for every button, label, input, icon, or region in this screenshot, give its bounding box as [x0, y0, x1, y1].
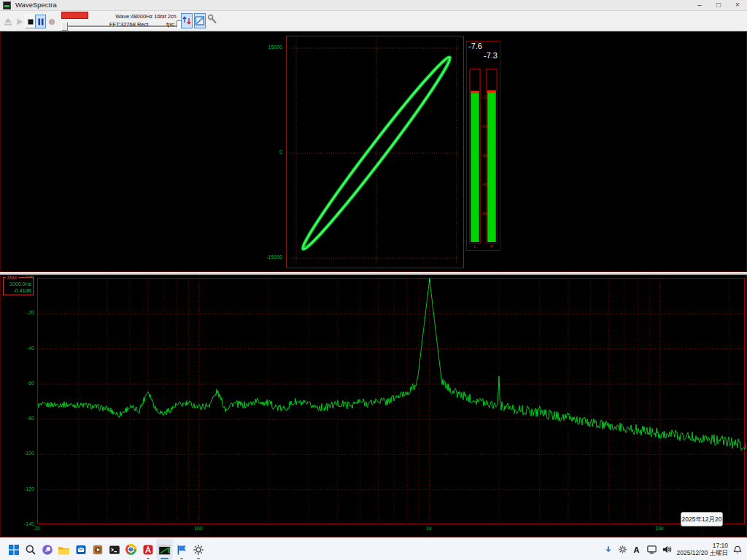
app-icon	[3, 1, 11, 9]
legend-title: Max	[6, 275, 18, 280]
media-icon	[92, 544, 104, 556]
start-button[interactable]	[5, 539, 22, 560]
lr-channels-icon	[182, 14, 192, 28]
tray-gear-icon[interactable]	[618, 545, 627, 554]
audio-format-info: Wave:48000Hz 16bit 2ch FFT:32768 Rect. f…	[104, 12, 188, 30]
lissajous-tick-bottom: -15000	[256, 254, 285, 260]
spectrum-panel: 0dB-20-40-60-80-100-120-140 201001k10k M…	[0, 275, 747, 537]
play-button[interactable]	[14, 15, 25, 28]
chrome-icon	[125, 544, 136, 555]
settings-button[interactable]	[207, 14, 219, 28]
peak-level: -0.41dB	[4, 288, 31, 293]
spectrum-plot	[37, 278, 745, 524]
speaker-icon[interactable]	[662, 544, 673, 555]
meter-scale-label: -10	[477, 95, 492, 99]
y-axis-tick-label: -120	[1, 486, 34, 491]
y-axis-tick-label: -60	[1, 381, 34, 386]
active-indicator	[160, 558, 169, 560]
notifications-bell-icon[interactable]	[732, 545, 743, 555]
minimize-button[interactable]: –	[690, 0, 709, 11]
peak-frequency: 1000.0Hz	[4, 281, 31, 287]
wrench-icon	[207, 14, 218, 26]
taskbar-icons	[5, 539, 206, 560]
start-icon	[8, 544, 20, 556]
taskbar-app-chrome[interactable]	[123, 539, 139, 560]
open-button[interactable]	[2, 15, 13, 28]
x-axis-tick-label: 10k	[651, 526, 668, 531]
waveform-display-icon	[195, 14, 205, 28]
x-axis-tick-label: 1k	[420, 526, 438, 531]
window-title: WaveSpectra	[15, 1, 57, 9]
taskbar-app-settings[interactable]	[190, 539, 206, 560]
meter-headroom	[487, 69, 497, 90]
running-indicator	[180, 558, 183, 560]
stop-button[interactable]	[25, 15, 36, 28]
level-value-right: -7.3	[484, 51, 498, 60]
play-icon	[15, 18, 24, 26]
date-tooltip: 2025年12月20日	[681, 512, 723, 526]
level-meter-panel: -7.6 -7.3 -10-20-30-40-50 LR	[466, 41, 500, 251]
lissajous-tick-zero: 0	[256, 149, 285, 155]
wavespectra-window: WaveSpectra – □ × Wave:48000Hz 16bi	[0, 0, 747, 560]
taskbar-app-terminal[interactable]	[106, 539, 123, 560]
settings-icon	[193, 544, 204, 556]
clock-date: 2025/12/20 土曜日	[677, 550, 728, 557]
record-button[interactable]	[46, 15, 57, 28]
meter-scale-label: -50	[477, 211, 492, 216]
fft-info: FFT:32768 Rect.	[109, 21, 150, 28]
display-icon[interactable]	[646, 544, 657, 555]
oscilloscope-area: 15000 0 -15000 -7.6 -7.3 -10-20-30-40-50…	[0, 31, 747, 272]
acrobat-icon	[142, 544, 154, 556]
x-axis-tick-label: 100	[190, 526, 207, 531]
system-tray: A 17:10 2025/12/20 土曜日	[603, 538, 746, 560]
y-axis-tick-label: -40	[1, 346, 34, 351]
toolbar: Wave:48000Hz 16bit 2ch FFT:32768 Rect. f…	[0, 11, 747, 31]
y-axis-tick-label: -100	[1, 451, 34, 456]
peak-legend: Max 1000.0Hz -0.41dB	[3, 277, 34, 295]
hidden-icons-arrow-icon[interactable]	[603, 545, 614, 555]
wavespectra-icon	[158, 544, 171, 556]
meter-scale-label: -20	[477, 124, 492, 128]
taskbar-app-loop[interactable]	[39, 539, 55, 560]
pause-button[interactable]	[35, 15, 46, 28]
eject-icon	[4, 18, 12, 26]
titlebar: WaveSpectra – □ ×	[0, 0, 747, 11]
meter-scale-label: -30	[477, 153, 492, 158]
maximize-button[interactable]: □	[709, 0, 728, 11]
ime-indicator[interactable]: A	[632, 545, 642, 554]
taskbar-app-explorer[interactable]	[55, 539, 72, 560]
terminal-icon	[109, 544, 120, 556]
taskbar-app-movies[interactable]	[173, 539, 190, 560]
spectrum-display-toggle[interactable]	[194, 13, 206, 28]
meter-channel-label: L	[469, 244, 481, 249]
y-axis-tick-label: -80	[1, 416, 34, 421]
search-icon	[25, 544, 36, 556]
fps-label: fps:	[166, 21, 175, 28]
meter-fill	[487, 93, 496, 242]
lissajous-plot	[287, 36, 463, 268]
search-button[interactable]	[22, 539, 39, 560]
position-display	[61, 12, 88, 19]
meter-fill	[471, 93, 479, 242]
explorer-icon	[58, 544, 70, 556]
seek-thumb[interactable]	[61, 22, 68, 31]
close-button[interactable]: ×	[728, 0, 747, 11]
meter-channel-label: R	[486, 244, 498, 249]
level-value-left: -7.6	[468, 42, 482, 50]
y-axis-tick-label: -20	[1, 310, 34, 315]
taskbar-app-wavespectra[interactable]	[156, 539, 173, 560]
taskbar-app-acrobat[interactable]	[139, 539, 156, 560]
taskbar-app-outlook[interactable]	[72, 539, 89, 560]
lr-display-toggle[interactable]	[181, 13, 193, 28]
taskbar-app-media[interactable]	[89, 539, 106, 560]
spectrum-chart	[38, 279, 746, 525]
running-indicator	[147, 558, 150, 560]
movies-icon	[176, 544, 187, 556]
outlook-icon	[75, 544, 87, 556]
stop-icon	[26, 18, 35, 26]
meter-scale-label: -40	[477, 182, 492, 187]
lissajous-panel	[286, 36, 464, 268]
taskbar-clock[interactable]: 17:10 2025/12/20 土曜日	[677, 542, 728, 556]
taskbar: A 17:10 2025/12/20 土曜日	[0, 537, 747, 560]
x-axis-tick-label: 20	[28, 526, 46, 531]
